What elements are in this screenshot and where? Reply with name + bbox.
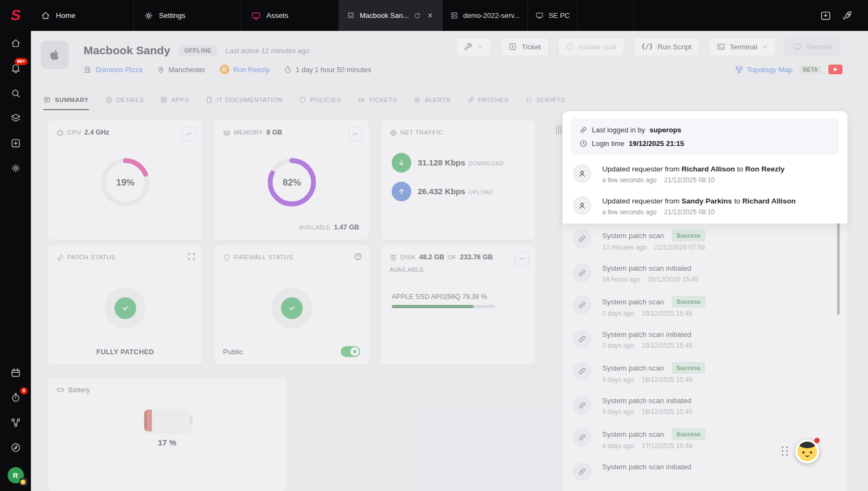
upload-row: 26.432 KbpsUPLOAD (392, 182, 504, 201)
topology-map-link[interactable]: Topology Map (735, 66, 793, 74)
tab-patches[interactable]: PATCHES (467, 91, 509, 110)
download-icon (392, 153, 411, 173)
ticket-button[interactable]: Ticket (500, 37, 549, 56)
patch-icon (573, 362, 591, 380)
chat-bot-button[interactable] (795, 439, 819, 463)
nav-home[interactable]: Home (31, 0, 134, 31)
device-tab-se-pc[interactable]: SE PC (528, 0, 578, 31)
device-tab-label: Macbook San... (360, 11, 409, 20)
terminal-icon (717, 42, 725, 51)
superops-logo[interactable]: S (0, 0, 31, 31)
company-link[interactable]: Dominos Pizza (84, 66, 143, 74)
sidebar-home-icon[interactable] (10, 38, 21, 49)
activity-title: System patch scan initiated (602, 264, 698, 273)
activity-title: System patch scan Success (602, 362, 705, 374)
drive-label: APPLE SSD AP0256Q 79.38 % (392, 293, 487, 301)
updates-inbox-icon[interactable] (820, 10, 831, 21)
tab-it-documentation[interactable]: IT DOCUMENTATION (206, 91, 283, 110)
sidebar-notifications-icon[interactable]: 99+ (10, 63, 21, 74)
activity-item: Updated requester from Sandy Parkins to … (563, 190, 847, 222)
user-avatar[interactable]: R (8, 467, 24, 483)
run-script-button[interactable]: {/} Run Script (633, 37, 700, 56)
sidebar-timer-icon[interactable]: 8 (10, 392, 21, 403)
user-icon (573, 196, 591, 215)
clock-icon (579, 139, 588, 148)
tab-apps[interactable]: APPS (160, 91, 189, 110)
gear-icon (144, 11, 154, 21)
sidebar-explore-icon[interactable] (10, 442, 21, 453)
tab-scripts[interactable]: SCRIPTS (525, 91, 565, 110)
patch-status-card: PATCH STATUS FULLY PATCHED (48, 245, 202, 365)
sidebar-workflow-icon[interactable] (10, 417, 21, 428)
device-tab-demo-server[interactable]: demo-2022-serv... (443, 0, 528, 31)
tab-alerts[interactable]: ALERTS (413, 91, 451, 110)
activity-title: Updated requester from Sandy Parkins to … (602, 196, 796, 206)
location-pin-icon (157, 66, 165, 74)
requester-link[interactable]: R Ron Reezly (220, 65, 270, 74)
activity-item: System patch scan Success12 minutes ago2… (563, 224, 847, 258)
patch-icon (573, 229, 591, 248)
tab-policies[interactable]: POLICIES (299, 91, 341, 110)
nav-assets[interactable]: Assets (241, 0, 339, 31)
scan-icon[interactable] (187, 252, 196, 261)
laptop-icon (347, 11, 355, 20)
notifications-badge: 99+ (15, 58, 27, 65)
cpu-chart-button[interactable] (182, 127, 196, 141)
remote-button: Remote (785, 37, 840, 56)
nav-home-label: Home (56, 11, 75, 20)
battery-icon (56, 386, 65, 394)
activity-item: System patch scan Success3 days ago18/12… (563, 356, 847, 390)
spotlight-activity-list: Updated requester from Richard Allison t… (563, 158, 847, 222)
activity-item: Updated requester from Richard Allison t… (563, 158, 847, 190)
activity-title: System patch scan initiated (602, 462, 691, 472)
close-tab-icon[interactable]: × (426, 10, 434, 21)
tab-tickets[interactable]: TICKETS (358, 91, 397, 110)
rocket-icon[interactable] (842, 10, 853, 21)
disk-chart-button[interactable] (515, 252, 529, 266)
battery-card: Battery 17 % (48, 378, 286, 491)
sidebar-search-icon[interactable] (10, 88, 21, 99)
sidebar-add-icon[interactable] (10, 138, 21, 149)
sidebar-modules-icon[interactable] (10, 113, 21, 124)
sidebar-calendar-icon[interactable] (10, 367, 21, 378)
activity-timestamp: 2 days ago19/12/2025 15:46 (602, 310, 705, 317)
panel-resize-handle[interactable] (556, 125, 561, 135)
activity-timestamp: 12 minutes ago21/12/2025 07:58 (602, 244, 705, 251)
firewall-toggle[interactable] (341, 346, 360, 357)
upload-icon (392, 182, 411, 201)
tab-summary[interactable]: SUMMARY (43, 91, 89, 110)
apple-logo-icon (47, 47, 62, 62)
success-badge: Success (672, 229, 706, 241)
initiate-chat-button: Initiate chat (558, 37, 624, 56)
disk-usage-bar (392, 305, 495, 308)
terminal-dropdown-button[interactable]: Terminal (709, 37, 776, 56)
stopwatch-icon (284, 66, 292, 74)
patch-icon (573, 428, 591, 447)
patch-icon (56, 254, 64, 262)
server-icon (450, 11, 458, 20)
nav-assets-label: Assets (266, 11, 289, 20)
link-icon (579, 126, 588, 134)
tab-details[interactable]: DETAILS (105, 91, 144, 110)
memory-chart-button[interactable] (348, 127, 362, 141)
disk-card: DISK48.2 GB OF233.76 GB AVAILABLE APPLE … (381, 245, 535, 365)
sidebar-settings-icon[interactable] (10, 163, 21, 174)
sidebar: 99+ 8 R (0, 31, 31, 491)
success-badge: Success (672, 296, 706, 308)
activity-timestamp: a few seconds ago21/12/2025 08:10 (602, 176, 784, 184)
activity-title: System patch scan initiated (602, 330, 692, 340)
nav-settings-label: Settings (159, 11, 186, 20)
patch-status-text: FULLY PATCHED (48, 348, 202, 356)
chat-icon (566, 42, 575, 51)
activity-timestamp: 3 days ago18/12/2025 15:49 (602, 376, 705, 384)
help-icon[interactable] (354, 252, 362, 261)
refresh-icon[interactable] (413, 12, 421, 20)
device-tab-macbook[interactable]: Macbook San... × (339, 0, 443, 31)
location-label: Manchester (157, 66, 206, 74)
svg-text:19%: 19% (116, 177, 134, 188)
bot-drag-handle[interactable] (782, 447, 788, 456)
nav-settings[interactable]: Settings (134, 0, 241, 31)
tools-dropdown-button[interactable] (456, 37, 492, 56)
building-icon (84, 66, 92, 74)
youtube-video-icon[interactable] (828, 65, 843, 74)
